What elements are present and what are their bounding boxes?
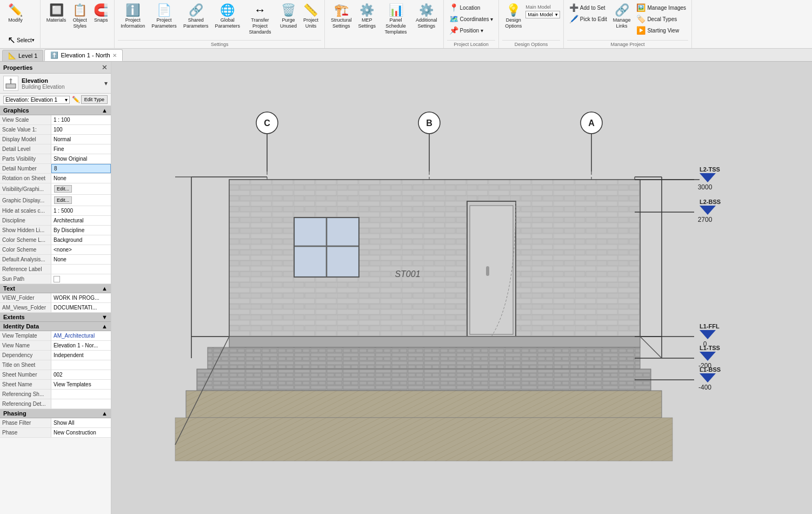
manage-col1: ➕ Add to Set 🖊️ Pick to Edit <box>567 2 609 24</box>
prop-row-color-scheme: Color Scheme <none> <box>0 245 111 255</box>
visibility-edit-button[interactable]: Edit... <box>54 185 72 193</box>
tab-elevation1[interactable]: ⬆️ Elevation 1 - North ✕ <box>44 49 122 61</box>
panel-schedule-button[interactable]: 📊 Panel ScheduleTemplates <box>380 2 412 37</box>
snaps-label: Snaps <box>94 17 108 23</box>
project-units-button[interactable]: 📏 ProjectUnits <box>301 2 321 31</box>
ribbon-items-project-location: 📍 Location 🗺️ Coordinates ▾ 📌 Position ▾ <box>447 1 496 40</box>
project-info-button[interactable]: ℹ️ ProjectInformation <box>118 2 148 31</box>
prop-type-info: Elevation Building Elevation <box>22 77 65 90</box>
prop-value-hide-at-scales: 1 : 5000 <box>51 206 111 215</box>
position-label: Position ▾ <box>460 28 483 34</box>
prop-selector-dropdown[interactable]: Elevation: Elevation 1 ▾ <box>3 96 70 104</box>
coordinates-label: Coordinates ▾ <box>460 16 494 22</box>
prop-label-sheet-number: Sheet Number <box>0 370 51 379</box>
prop-label-scale-value: Scale Value 1: <box>0 125 51 134</box>
properties-title: Properties <box>3 64 32 71</box>
prop-type-name: Elevation <box>22 77 65 84</box>
object-styles-icon: 📋 <box>72 4 87 16</box>
shared-params-button[interactable]: 🔗 SharedParameters <box>181 2 211 31</box>
manage-links-button[interactable]: 🔗 ManageLinks <box>610 2 634 31</box>
prop-label-phase-filter: Phase Filter <box>0 418 51 427</box>
prop-value-am-views-folder: DOCUMENTATI... <box>51 303 111 312</box>
ribbon-group-design-options: 💡 DesignOptions Main Model Main Model ▾ … <box>499 0 564 48</box>
materials-button[interactable]: 🔲 Materials <box>44 2 69 25</box>
deep-ground <box>175 418 673 461</box>
prop-label-dependency: Dependency <box>0 351 51 360</box>
decal-types-button[interactable]: 🏷️ Decal Types <box>634 14 688 24</box>
ground-layer <box>186 391 662 418</box>
manage-images-button[interactable]: 🖼️ Manage Images <box>634 2 688 13</box>
snaps-button[interactable]: 🧲 Snaps <box>91 2 111 25</box>
prop-value-view-name: Elevation 1 - Nor... <box>51 341 111 350</box>
mep-settings-icon: ⚙️ <box>360 4 374 16</box>
section-header-extents[interactable]: Extents ▼ <box>0 313 111 322</box>
prop-row-dependency: Dependency Independent <box>0 351 111 360</box>
prop-type-arrow[interactable]: ▾ <box>104 80 108 87</box>
level-value-L2TSS: 3000 <box>698 183 713 191</box>
project-units-icon: 📏 <box>303 4 318 16</box>
level-arrow-L2TSS <box>700 173 716 182</box>
prop-label-hide-at-scales: Hide at scales c... <box>0 206 51 215</box>
transfer-button[interactable]: ↔️ TransferProject Standards <box>244 2 276 37</box>
edit-type-button[interactable]: Edit Type <box>81 95 108 104</box>
elevation-drawing: C B A <box>164 93 759 483</box>
mep-settings-button[interactable]: ⚙️ MEPSettings <box>356 2 379 31</box>
object-styles-button[interactable]: 📋 Object Styles <box>70 2 90 31</box>
prop-content: Graphics ▲ View Scale 1 : 100 Scale Valu… <box>0 106 111 514</box>
prop-label-visibility: Visibility/Graphi... <box>0 183 51 194</box>
prop-row-view-template: View Template AM_Architectural <box>0 331 111 341</box>
panel-schedule-icon: 📊 <box>389 4 403 16</box>
structural-settings-button[interactable]: 🏗️ StructuralSettings <box>328 2 355 31</box>
project-info-icon: ℹ️ <box>125 4 140 16</box>
properties-close[interactable]: ✕ <box>102 63 108 71</box>
prop-selector-value: Elevation: Elevation 1 <box>5 97 57 103</box>
main-model-label-static: Main Model <box>525 4 560 10</box>
manage-links-label: ManageLinks <box>613 17 631 29</box>
coordinates-button[interactable]: 🗺️ Coordinates ▾ <box>447 14 496 24</box>
tab-elevation1-icon: ⬆️ <box>50 51 58 59</box>
modify-button[interactable]: ✏️ Modify <box>5 2 25 25</box>
prop-label-am-views-folder: AM_Views_Folder <box>0 303 51 312</box>
location-button[interactable]: 📍 Location <box>447 2 496 13</box>
tab-level1[interactable]: 📐 Level 1 <box>2 50 43 61</box>
section-collapse-graphics-icon: ▲ <box>102 107 108 114</box>
starting-view-button[interactable]: ▶️ Starting View <box>634 25 688 36</box>
prop-row-sheet-number: Sheet Number 002 <box>0 370 111 380</box>
section-header-graphics[interactable]: Graphics ▲ <box>0 106 111 115</box>
canvas-area[interactable]: C B A <box>111 62 812 514</box>
design-options-title: Design Options <box>502 40 560 47</box>
prop-row-default-analysis: Default Analysis... None <box>0 255 111 265</box>
pick-to-edit-button[interactable]: 🖊️ Pick to Edit <box>567 14 609 24</box>
prop-label-discipline: Discipline <box>0 216 51 225</box>
main-model-dropdown[interactable]: Main Model ▾ <box>525 11 560 18</box>
add-to-set-button[interactable]: ➕ Add to Set <box>567 2 609 13</box>
properties-header: Properties ✕ <box>0 62 111 74</box>
sun-path-checkbox[interactable] <box>54 276 60 282</box>
project-params-button[interactable]: 📄 ProjectParameters <box>149 2 179 31</box>
ribbon-group-project-location: 📍 Location 🗺️ Coordinates ▾ 📌 Position ▾… <box>444 0 500 48</box>
tab-level1-icon: 📐 <box>8 52 16 60</box>
prop-row-visibility: Visibility/Graphi... Edit... <box>0 183 111 195</box>
position-button[interactable]: 📌 Position ▾ <box>447 25 496 36</box>
canvas-inner: C B A <box>111 62 812 514</box>
structural-settings-label: StructuralSettings <box>331 17 352 29</box>
prop-value-display-model: Normal <box>51 135 111 144</box>
purge-button[interactable]: 🗑️ PurgeUnused <box>277 2 299 31</box>
section-header-text[interactable]: Text ▲ <box>0 284 111 293</box>
level-name-L1TSS: L1-TSS <box>700 345 720 351</box>
design-options-button[interactable]: 💡 DesignOptions <box>502 2 524 31</box>
additional-settings-button[interactable]: ⚙️ AdditionalSettings <box>413 2 440 31</box>
prop-row-graphic-display: Graphic Display... Edit... <box>0 195 111 206</box>
section-header-identity-data[interactable]: Identity Data ▲ <box>0 322 111 331</box>
tab-elevation1-close[interactable]: ✕ <box>112 52 117 58</box>
ribbon-items-design-options: 💡 DesignOptions Main Model Main Model ▾ <box>502 1 560 40</box>
prop-value-detail-number[interactable]: 8 <box>51 164 111 173</box>
section-header-phasing[interactable]: Phasing ▲ <box>0 409 111 418</box>
svg-marker-1 <box>9 78 12 80</box>
panel-schedule-label: Panel ScheduleTemplates <box>382 17 409 35</box>
global-params-button[interactable]: 🌐 GlobalParameters <box>212 2 243 31</box>
select-button[interactable]: ↖ Select ▾ <box>5 33 37 47</box>
settings-group-title: Settings <box>118 40 321 47</box>
graphic-display-edit-button[interactable]: Edit... <box>54 196 72 204</box>
level-value-L2BSS: 2700 <box>698 216 713 223</box>
